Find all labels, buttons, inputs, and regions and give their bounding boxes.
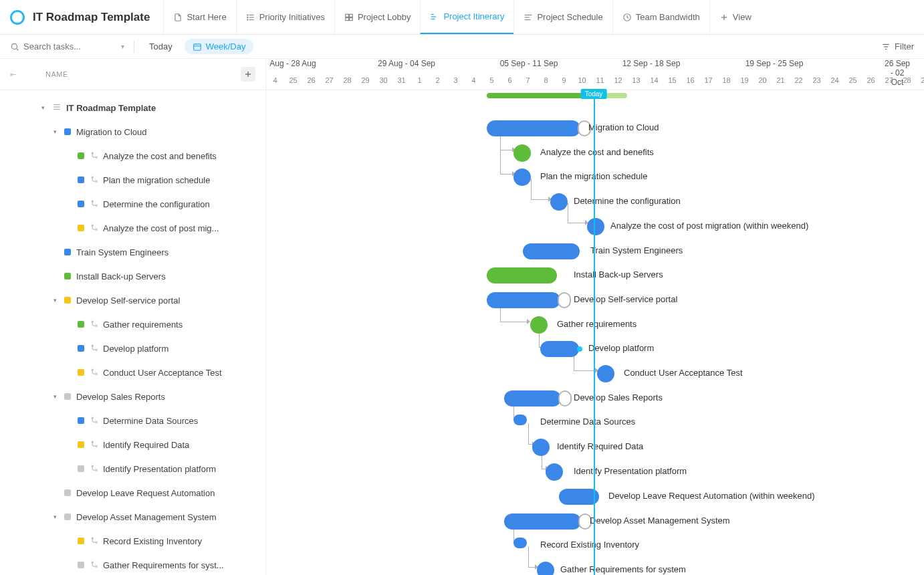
- gantt-task-circle[interactable]: [537, 562, 554, 575]
- tab-project-itinerary[interactable]: Project Itinerary: [420, 0, 513, 34]
- week-label: 05 Sep - 11 Sep: [500, 59, 558, 68]
- tree-row[interactable]: ▾Conduct User Acceptance Test: [0, 360, 265, 384]
- svg-point-5: [247, 19, 247, 19]
- tree-row[interactable]: ▾Analyze the cost of post mig...: [0, 216, 265, 240]
- week-row: Aug - 28 Aug29 Aug - 04 Sep05 Sep - 11 S…: [266, 59, 924, 74]
- tree-row[interactable]: ▾Train System Engineers: [0, 240, 265, 264]
- tree-row[interactable]: ▾Identify Presentation platform: [0, 457, 265, 481]
- gantt-task-circle[interactable]: [532, 439, 550, 456]
- gantt-task-label: Develop Self-service portal: [574, 294, 677, 304]
- svg-point-48: [96, 445, 97, 447]
- tab-start-here[interactable]: Start Here: [163, 0, 235, 34]
- day-label: 9: [555, 76, 573, 84]
- chevron-down-icon[interactable]: ▾: [121, 43, 124, 50]
- status-dot: [78, 538, 84, 544]
- tab-label: Priority Initiatives: [259, 12, 325, 22]
- brand-title: IT Roadmap Template: [33, 11, 150, 24]
- tab-project-schedule[interactable]: Project Schedule: [513, 0, 612, 34]
- caret-icon[interactable]: ▾: [53, 513, 60, 520]
- tree-row[interactable]: ▾Analyze the cost and benefits: [0, 144, 265, 168]
- gantt-task-circle[interactable]: [597, 365, 614, 382]
- divider: [134, 41, 134, 53]
- day-label: 21: [772, 76, 790, 84]
- search-input[interactable]: [23, 41, 117, 51]
- filter-button[interactable]: Filter: [881, 41, 914, 51]
- gantt-task-circle[interactable]: [513, 168, 531, 186]
- day-label: 28: [338, 76, 356, 84]
- day-label: 30: [374, 76, 392, 84]
- day-label: 29: [916, 76, 924, 84]
- gantt-task-circle[interactable]: [550, 193, 568, 211]
- tree-row[interactable]: ▾Gather Requirements for syst...: [0, 553, 265, 575]
- gantt-task-label: Gather requirements: [557, 319, 637, 329]
- tree-row[interactable]: ▾Determine the configuration: [0, 192, 265, 216]
- gantt-task-circle[interactable]: [546, 463, 563, 481]
- tree-row[interactable]: ▾Plan the migration schedule: [0, 168, 265, 192]
- today-button[interactable]: Today: [144, 39, 178, 54]
- gantt-bar[interactable]: [504, 390, 561, 407]
- tree-row[interactable]: ▾Develop Asset Management System: [0, 505, 265, 529]
- day-label: 26: [302, 76, 320, 84]
- svg-point-50: [96, 469, 97, 471]
- tree-row[interactable]: ▾Determine Data Sources: [0, 409, 265, 433]
- dependency-connector: [500, 130, 512, 175]
- caret-icon[interactable]: ▾: [53, 297, 60, 304]
- caret-icon[interactable]: ▾: [53, 128, 60, 135]
- tab-view[interactable]: View: [709, 0, 761, 34]
- gantt-body[interactable]: TodayMigration to CloudAnalyze the cost …: [266, 90, 924, 575]
- header: IT Roadmap Template Start HerePriority I…: [0, 0, 924, 35]
- gantt-task-circle[interactable]: [587, 218, 604, 235]
- gantt-bar[interactable]: [487, 120, 580, 136]
- dependency-connector: [528, 423, 532, 445]
- tab-team-bandwidth[interactable]: Team Bandwidth: [612, 0, 709, 34]
- tree-row[interactable]: ▾Develop Leave Request Automation: [0, 481, 265, 505]
- search[interactable]: ▾: [10, 41, 124, 51]
- gantt-bar[interactable]: [559, 489, 599, 505]
- plus-icon: [244, 70, 252, 78]
- tree-label: Identify Presentation platform: [103, 464, 216, 474]
- gantt-task-circle[interactable]: [530, 316, 548, 334]
- add-task-button[interactable]: [241, 67, 255, 82]
- gantt-panel[interactable]: Aug - 28 Aug29 Aug - 04 Sep05 Sep - 11 S…: [266, 59, 924, 575]
- tree-row[interactable]: ▾Gather requirements: [0, 312, 265, 336]
- gantt-task-label: Identify Required Data: [557, 441, 643, 451]
- tab-project-lobby[interactable]: Project Lobby: [334, 0, 421, 34]
- filter-label: Filter: [895, 41, 914, 51]
- tree-row[interactable]: ▾Migration to Cloud: [0, 120, 265, 144]
- brand: IT Roadmap Template: [10, 10, 150, 25]
- gantt-bar[interactable]: [504, 513, 581, 530]
- day-label: 22: [790, 76, 808, 84]
- caret-icon[interactable]: ▾: [41, 104, 48, 111]
- subtask-icon: [90, 464, 99, 473]
- tree-label: Determine the configuration: [103, 199, 210, 209]
- gantt-bar[interactable]: [487, 267, 557, 283]
- tree-row[interactable]: ▾Develop platform: [0, 336, 265, 360]
- gantt-bar[interactable]: [540, 341, 579, 357]
- day-label: 8: [537, 76, 555, 84]
- gantt-task-label: Determine the configuration: [574, 196, 681, 206]
- gantt-bar[interactable]: [487, 292, 560, 308]
- svg-point-41: [92, 345, 93, 346]
- gantt-bar[interactable]: [523, 243, 580, 259]
- gantt-bar[interactable]: [513, 415, 527, 425]
- tree-row[interactable]: ▾Install Back-up Servers: [0, 264, 265, 288]
- svg-rect-9: [349, 17, 352, 20]
- tree-label: Develop platform: [103, 344, 168, 354]
- tree-row[interactable]: ▾Identify Required Data: [0, 433, 265, 457]
- svg-point-19: [11, 43, 17, 49]
- svg-point-49: [92, 465, 93, 467]
- gantt-bar[interactable]: [513, 538, 527, 548]
- subtask-icon: [90, 223, 99, 233]
- tree-row[interactable]: ▾Record Existing Inventory: [0, 529, 265, 553]
- tree-row[interactable]: ▾IT Roadmap Template: [0, 96, 265, 120]
- caret-icon[interactable]: ▾: [53, 393, 60, 400]
- svg-rect-8: [346, 17, 349, 20]
- tree-row[interactable]: ▾Develop Sales Reports: [0, 384, 265, 409]
- gantt-task-circle[interactable]: [513, 144, 531, 162]
- tree-row[interactable]: ▾Develop Self-service portal: [0, 288, 265, 312]
- tab-priority-initiatives[interactable]: Priority Initiatives: [236, 0, 334, 34]
- status-dot: [78, 152, 84, 159]
- today-badge: Today: [581, 89, 607, 99]
- collapse-icon[interactable]: ⇤: [10, 70, 22, 79]
- weekday-button[interactable]: Week/Day: [185, 39, 254, 54]
